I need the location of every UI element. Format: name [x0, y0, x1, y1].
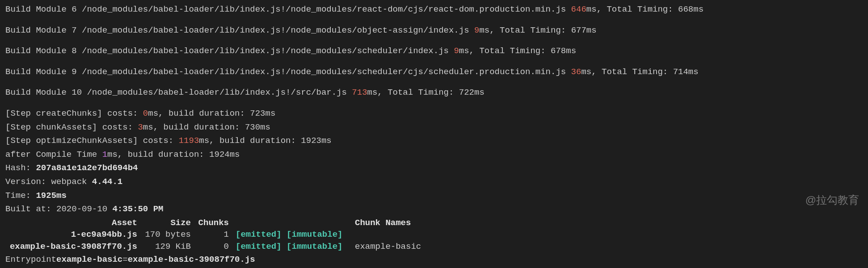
entrypoint-name: example-basic [56, 254, 122, 266]
step-cost-unit: ms [199, 136, 209, 146]
after-compile-suffix: , build duration: 1924ms [118, 150, 240, 159]
build-module-line: Build Module 8 /node_modules/babel-loade… [5, 45, 863, 57]
step-suffix: , build duration: 723ms [158, 109, 275, 118]
module-time: 9 [454, 46, 459, 56]
step-cost: 1193 [179, 136, 199, 146]
asset-table-row: example-basic-39087f70.js 129 KiB 0 [emi… [5, 241, 863, 253]
module-time-unit: ms [581, 67, 591, 77]
built-at-label: Built at: 2020-09-10 [5, 204, 112, 214]
module-time-unit: ms [479, 25, 489, 35]
after-compile-line: after Compile Time 1ms, build duration: … [5, 149, 863, 161]
module-prefix: Build Module 10 /node_modules/babel-load… [5, 88, 352, 97]
version-value: 4.44.1 [92, 177, 122, 187]
module-time-unit: ms [586, 4, 597, 14]
asset-table-row: 1-ec9a94bb.js 170 bytes 1 [emitted] [imm… [5, 229, 863, 241]
step-cost: 0 [143, 109, 148, 118]
entrypoint-line: Entrypoint example-basic = example-basic… [5, 254, 863, 266]
module-prefix: Build Module 6 /node_modules/babel-loade… [5, 4, 571, 14]
module-suffix: , Total Timing: 668ms [597, 4, 704, 14]
step-cost: 3 [138, 122, 143, 132]
build-module-line: Build Module 6 /node_modules/babel-loade… [5, 4, 863, 16]
after-compile-time-unit: ms [107, 150, 118, 159]
emitted-tag: [emitted] [236, 230, 282, 239]
time-line: Time: 1925ms [5, 190, 863, 202]
header-size: Size [137, 217, 191, 229]
module-suffix: , Total Timing: 678ms [469, 46, 576, 56]
step-suffix: , build duration: 1923ms [209, 136, 332, 146]
built-at-value: 4:35:50 PM [112, 204, 163, 214]
asset-size: 129 KiB [137, 241, 191, 253]
built-at-line: Built at: 2020-09-10 4:35:50 PM [5, 203, 863, 215]
step-line: [Step chunkAssets] costs: 3ms, build dur… [5, 121, 863, 134]
after-compile-time: 1 [102, 150, 107, 159]
asset-table-header: Asset Size Chunks Chunk Names [5, 217, 863, 229]
module-time: 713 [352, 88, 367, 97]
step-cost-unit: ms [148, 109, 158, 118]
step-prefix: [Step createChunks] costs: [5, 109, 143, 118]
asset-size: 170 bytes [137, 229, 191, 241]
step-line: [Step optimizeChunkAssets] costs: 1193ms… [5, 135, 863, 147]
asset-tags: [emitted] [immutable] [229, 241, 350, 253]
module-suffix: , Total Timing: 677ms [489, 25, 596, 35]
immutable-tag: [immutable] [287, 242, 342, 251]
asset-name: 1-ec9a94bb.js [5, 229, 137, 241]
hash-line: Hash: 207a8a1e1a2e7bd694b4 [5, 162, 863, 174]
header-asset: Asset [5, 217, 137, 229]
step-prefix: [Step optimizeChunkAssets] costs: [5, 136, 179, 146]
step-line: [Step createChunks] costs: 0ms, build du… [5, 108, 863, 120]
asset-chunk-name: example-basic [350, 241, 421, 253]
step-cost-unit: ms [143, 122, 153, 132]
module-time-unit: ms [367, 88, 378, 97]
header-chunks: Chunks [191, 217, 229, 229]
step-prefix: [Step chunkAssets] costs: [5, 122, 138, 132]
module-time-unit: ms [459, 46, 469, 56]
watermark: @拉勾教育 [805, 193, 859, 208]
asset-chunk-name [350, 229, 355, 241]
entrypoint-file: example-basic-39087f70.js [128, 254, 255, 266]
module-suffix: , Total Timing: 714ms [591, 67, 698, 77]
module-time: 36 [571, 67, 581, 77]
hash-label: Hash: [5, 163, 36, 173]
entrypoint-equals: = [122, 254, 127, 266]
asset-name: example-basic-39087f70.js [5, 241, 137, 253]
build-module-line: Build Module 9 /node_modules/babel-loade… [5, 66, 863, 78]
time-value: 1925ms [36, 191, 66, 201]
asset-tags: [emitted] [immutable] [229, 229, 350, 241]
step-suffix: , build duration: 730ms [153, 122, 270, 132]
header-names: Chunk Names [350, 217, 411, 229]
module-prefix: Build Module 8 /node_modules/babel-loade… [5, 46, 454, 56]
time-label: Time: [5, 191, 36, 201]
asset-chunk: 1 [191, 229, 229, 241]
entrypoint-prefix: Entrypoint [5, 254, 56, 266]
version-line: Version: webpack 4.44.1 [5, 176, 863, 188]
version-label: Version: webpack [5, 177, 92, 187]
build-module-line: Build Module 10 /node_modules/babel-load… [5, 87, 863, 99]
build-module-line: Build Module 7 /node_modules/babel-loade… [5, 25, 863, 37]
immutable-tag: [immutable] [287, 230, 342, 239]
module-suffix: , Total Timing: 722ms [377, 88, 484, 97]
hash-value: 207a8a1e1a2e7bd694b4 [36, 163, 138, 173]
emitted-tag: [emitted] [236, 242, 282, 251]
module-prefix: Build Module 7 /node_modules/babel-loade… [5, 25, 474, 35]
after-compile-prefix: after Compile Time [5, 150, 102, 159]
module-time: 646 [571, 4, 586, 14]
asset-chunk: 0 [191, 241, 229, 253]
module-time: 9 [474, 25, 479, 35]
module-prefix: Build Module 9 /node_modules/babel-loade… [5, 67, 571, 77]
header-emit [229, 217, 350, 229]
